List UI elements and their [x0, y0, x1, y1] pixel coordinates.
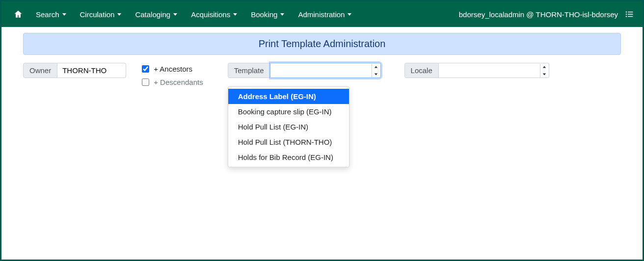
svg-rect-1 — [628, 12, 633, 13]
template-group: Template Address Label (EG-IN) Booking c… — [228, 63, 381, 78]
template-dropdown: Address Label (EG-IN) Booking capture sl… — [228, 86, 349, 167]
svg-point-4 — [626, 16, 627, 17]
owner-value: THORN-THO — [62, 66, 107, 75]
nav-label: Cataloging — [135, 10, 170, 19]
template-label: Template — [228, 63, 270, 78]
locale-combobox[interactable] — [439, 63, 549, 78]
stepper-down-button[interactable] — [372, 71, 380, 78]
stepper-down-button[interactable] — [540, 71, 549, 78]
nav-cataloging[interactable]: Cataloging — [128, 1, 184, 27]
caret-down-icon — [62, 13, 66, 16]
nav-booking[interactable]: Booking — [244, 1, 291, 27]
nav-label: Booking — [251, 10, 277, 19]
locale-group: Locale — [404, 63, 549, 78]
stepper-up-button[interactable] — [372, 64, 380, 71]
ancestors-label: + Ancestors — [154, 65, 192, 73]
combo-stepper — [540, 64, 549, 78]
locale-label: Locale — [404, 63, 439, 78]
descendants-checkbox-row[interactable]: + Descendants — [140, 77, 203, 87]
home-icon — [13, 9, 23, 19]
locale-input[interactable] — [439, 63, 540, 78]
nav-search[interactable]: Search — [29, 1, 73, 27]
owner-group: Owner THORN-THO — [23, 63, 126, 78]
nav-label: Acquisitions — [191, 10, 230, 19]
combo-stepper — [372, 64, 380, 78]
nav-administration[interactable]: Administration — [291, 1, 358, 27]
nav-label: Administration — [298, 10, 345, 19]
descendants-label: + Descendants — [154, 78, 203, 86]
template-option[interactable]: Hold Pull List (THORN-THO) — [228, 134, 349, 150]
template-input[interactable] — [270, 63, 372, 78]
ancestors-checkbox[interactable] — [142, 65, 149, 73]
nav-label: Search — [36, 10, 59, 19]
template-option[interactable]: Hold Pull List (EG-IN) — [228, 119, 349, 134]
owner-scope-checks: + Ancestors + Descendants — [140, 63, 203, 87]
home-button[interactable] — [7, 1, 29, 27]
caret-down-icon — [173, 13, 177, 16]
caret-down-icon — [233, 13, 237, 16]
nav-label: Circulation — [80, 10, 115, 19]
caret-down-icon — [348, 13, 351, 16]
template-combobox[interactable] — [270, 63, 381, 78]
list-menu-button[interactable] — [625, 10, 634, 19]
caret-down-icon — [280, 13, 284, 16]
stepper-up-button[interactable] — [540, 64, 549, 71]
owner-input[interactable]: THORN-THO — [57, 63, 126, 78]
template-option[interactable]: Booking capture slip (EG-IN) — [228, 104, 349, 119]
page-title: Print Template Administration — [23, 33, 621, 55]
svg-rect-3 — [628, 14, 633, 15]
top-navbar: Search Circulation Cataloging Acquisitio… — [1, 1, 643, 27]
ancestors-checkbox-row[interactable]: + Ancestors — [140, 64, 203, 74]
caret-down-icon — [117, 13, 121, 16]
descendants-checkbox[interactable] — [142, 78, 149, 86]
nav-circulation[interactable]: Circulation — [73, 1, 129, 27]
svg-rect-5 — [628, 16, 633, 17]
owner-label: Owner — [23, 63, 57, 78]
nav-acquisitions[interactable]: Acquisitions — [184, 1, 244, 27]
user-session-label: bdorsey_localadmin @ THORN-THO-isl-bdors… — [459, 10, 618, 19]
template-option[interactable]: Holds for Bib Record (EG-IN) — [228, 150, 349, 165]
svg-point-0 — [626, 11, 627, 12]
template-option[interactable]: Address Label (EG-IN) — [228, 89, 349, 104]
svg-point-2 — [626, 14, 627, 15]
